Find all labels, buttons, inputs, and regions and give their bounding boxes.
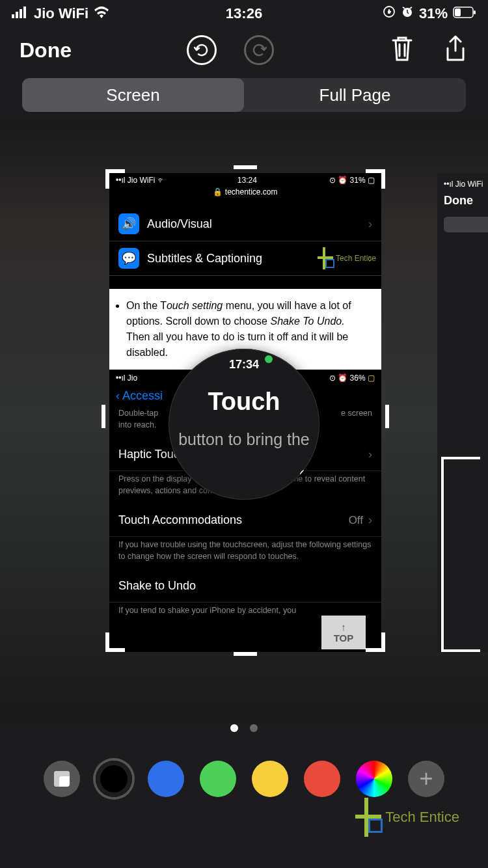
lock-rotation-icon: ⊙ bbox=[329, 176, 336, 185]
tech-entice-logo-icon bbox=[351, 798, 381, 837]
row-touch-accommodations: Touch Accommodations Off › bbox=[109, 504, 381, 537]
alarm-icon bbox=[401, 5, 414, 22]
battery-icon: ▢ bbox=[368, 176, 375, 185]
share-button[interactable] bbox=[442, 35, 468, 65]
magnifier-loupe[interactable]: 17:34 Touch button to bring the bbox=[169, 349, 319, 500]
watermark-small: Tech Entice bbox=[315, 247, 376, 269]
svg-rect-5 bbox=[388, 10, 390, 14]
tab-screen[interactable]: Screen bbox=[22, 78, 244, 112]
inner-url: 🔒 techentice.com bbox=[109, 187, 381, 200]
magnifier-subtext: button to bring the bbox=[178, 430, 310, 449]
crop-handle-bl[interactable] bbox=[105, 632, 109, 652]
color-blue[interactable] bbox=[148, 761, 184, 797]
inner-time: 13:24 bbox=[237, 176, 257, 185]
page-dot-1[interactable] bbox=[230, 724, 238, 732]
signal-icon bbox=[12, 5, 29, 22]
markup-toolbar: Done bbox=[0, 25, 488, 78]
color-yellow[interactable] bbox=[252, 761, 288, 797]
status-left: Jio WiFi bbox=[12, 5, 109, 22]
lock-rotation-icon bbox=[383, 5, 396, 22]
next-carrier: ••ıl Jio WiFi bbox=[444, 180, 488, 189]
color-green[interactable] bbox=[200, 761, 236, 797]
next-segmented bbox=[444, 217, 488, 232]
crop-handle-tr[interactable] bbox=[381, 169, 385, 189]
color-black[interactable] bbox=[96, 761, 132, 797]
accommodations-desc: If you have trouble using the touchscree… bbox=[109, 537, 381, 570]
next-done: Done bbox=[444, 194, 488, 208]
crop-handle-left[interactable] bbox=[102, 405, 105, 428]
svg-rect-1 bbox=[16, 12, 18, 18]
svg-rect-8 bbox=[455, 8, 461, 16]
status-time: 13:26 bbox=[226, 5, 262, 22]
chevron-right-icon: › bbox=[368, 513, 372, 527]
chevron-right-icon: › bbox=[368, 217, 372, 231]
svg-rect-2 bbox=[20, 9, 22, 18]
tab-full-page[interactable]: Full Page bbox=[244, 78, 466, 112]
row-shake-to-undo: Shake to Undo bbox=[109, 570, 381, 603]
row-audio-visual: 🔊 Audio/Visual › bbox=[109, 207, 381, 241]
crop-handle-tl[interactable] bbox=[105, 169, 109, 189]
markup-canvas[interactable]: ••ıl Jio WiFi ᯤ 13:24 ⊙ ⏰ 31% ▢ 🔒 techen… bbox=[0, 120, 488, 722]
magnifier-time: 17:34 bbox=[229, 358, 259, 372]
view-segmented-control: Screen Full Page bbox=[0, 78, 488, 120]
recording-indicator-icon bbox=[265, 355, 273, 363]
battery-icon bbox=[453, 5, 476, 22]
add-tool-button[interactable]: + bbox=[408, 761, 444, 797]
audio-visual-icon: 🔊 bbox=[118, 213, 139, 234]
status-bar: Jio WiFi 13:26 31% bbox=[0, 0, 488, 25]
svg-rect-3 bbox=[23, 7, 26, 18]
svg-rect-0 bbox=[12, 14, 14, 18]
watermark-overlay: Tech Entice bbox=[351, 798, 459, 837]
undo-button[interactable] bbox=[187, 35, 217, 65]
alarm-icon: ⏰ bbox=[338, 176, 347, 185]
wifi-icon bbox=[94, 5, 109, 22]
crop-handle-br[interactable] bbox=[381, 632, 385, 652]
page-dot-2[interactable] bbox=[250, 724, 258, 732]
redo-button[interactable] bbox=[244, 35, 274, 65]
battery-label: 31% bbox=[419, 5, 448, 22]
svg-rect-9 bbox=[474, 10, 476, 14]
signal-icon: ••ıl bbox=[116, 176, 125, 185]
crop-handle-top[interactable] bbox=[234, 165, 257, 169]
inner-status-bar: ••ıl Jio WiFi ᯤ 13:24 ⊙ ⏰ 31% ▢ bbox=[109, 173, 381, 187]
arrow-up-icon: ↑ bbox=[341, 621, 346, 632]
trash-button[interactable] bbox=[389, 35, 415, 65]
crop-handle-right[interactable] bbox=[385, 405, 389, 428]
color-red[interactable] bbox=[304, 761, 340, 797]
opacity-tool[interactable] bbox=[44, 761, 80, 797]
wifi-icon: ᯤ bbox=[157, 176, 165, 185]
color-picker[interactable] bbox=[356, 761, 392, 797]
done-button[interactable]: Done bbox=[20, 38, 72, 62]
scroll-to-top-button: ↑ TOP bbox=[321, 616, 366, 649]
subtitles-icon: 💬 bbox=[118, 248, 139, 269]
next-crop-frame bbox=[441, 457, 480, 652]
crop-handle-bottom[interactable] bbox=[234, 652, 257, 656]
magnifier-title: Touch bbox=[208, 388, 280, 416]
status-right: 31% bbox=[383, 5, 476, 22]
next-screenshot-preview[interactable]: ••ıl Jio WiFi Done 97 bbox=[437, 173, 488, 652]
chevron-right-icon: › bbox=[368, 448, 372, 461]
carrier-label: Jio WiFi bbox=[34, 5, 88, 22]
